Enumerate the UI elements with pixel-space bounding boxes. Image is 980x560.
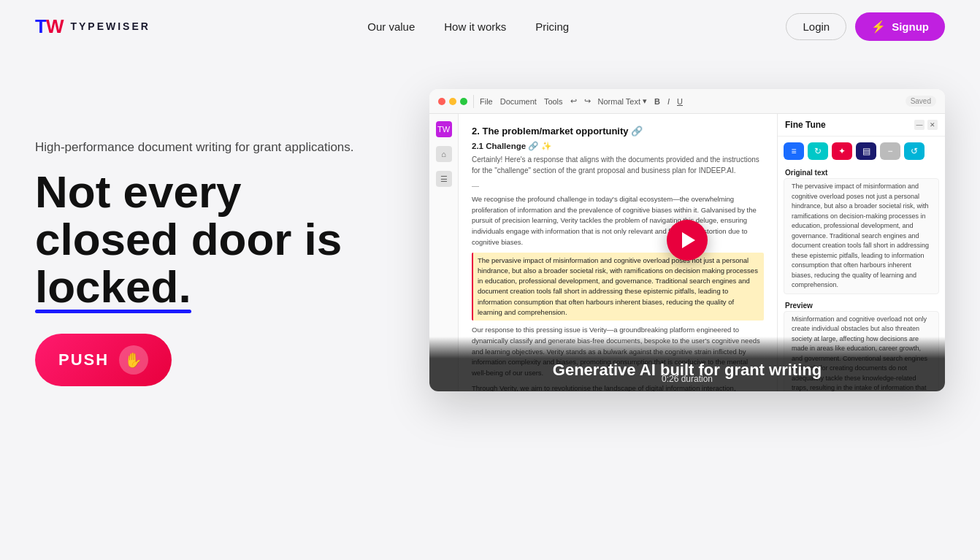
nav-how-it-works[interactable]: How it works bbox=[444, 20, 506, 33]
headline-line1: Not every bbox=[35, 166, 242, 217]
nav-our-value[interactable]: Our value bbox=[367, 20, 415, 33]
undo-icon[interactable]: ↩ bbox=[570, 96, 577, 106]
push-button[interactable]: PUSH ✋ bbox=[35, 334, 172, 386]
signup-bolt-icon: ⚡ bbox=[871, 20, 886, 34]
push-label: PUSH bbox=[58, 350, 109, 369]
menu-tools[interactable]: Tools bbox=[544, 97, 563, 106]
hero-subtitle: High-performance document writing for gr… bbox=[35, 140, 386, 155]
sidebar-doc-icon[interactable]: ☰ bbox=[436, 171, 452, 187]
headline-line2: closed door is bbox=[35, 214, 342, 264]
doc-divider: — bbox=[472, 182, 764, 190]
fine-tune-window-controls: — ✕ bbox=[914, 120, 938, 130]
signup-button[interactable]: ⚡ Signup bbox=[855, 12, 945, 41]
close-dot bbox=[438, 98, 445, 105]
fullscreen-dot bbox=[460, 98, 467, 105]
doc-intro: Certainly! Here's a response that aligns… bbox=[472, 154, 764, 176]
fine-tune-action-buttons: ≡ ↻ ✦ ▤ − ↺ bbox=[778, 137, 945, 166]
style-dropdown[interactable]: Normal Text ▾ bbox=[598, 96, 647, 106]
doc-subtitle: 2.1 Challenge 🔗 ✨ bbox=[472, 141, 764, 151]
underline-btn[interactable]: U bbox=[677, 97, 683, 106]
brand-name: TYPEWISER bbox=[70, 20, 150, 32]
push-hand-icon: ✋ bbox=[119, 345, 148, 375]
ft-btn-align[interactable]: ≡ bbox=[784, 142, 804, 160]
ft-btn-refresh[interactable]: ↻ bbox=[808, 142, 828, 160]
logo-t: T bbox=[35, 15, 46, 37]
signup-label: Signup bbox=[892, 20, 929, 33]
menu-document[interactable]: Document bbox=[500, 97, 537, 106]
italic-btn[interactable]: I bbox=[667, 97, 670, 106]
sidebar-logo-icon: TW bbox=[436, 121, 452, 137]
preview-label: Preview bbox=[778, 299, 945, 311]
window-controls bbox=[438, 98, 467, 105]
hero-left: High-performance document writing for gr… bbox=[35, 82, 386, 386]
sidebar-home-icon[interactable]: ⌂ bbox=[436, 146, 452, 162]
fine-tune-title: Fine Tune bbox=[785, 120, 826, 130]
ft-close-btn[interactable]: ✕ bbox=[927, 120, 938, 130]
ft-minimize-btn[interactable]: — bbox=[914, 120, 925, 130]
video-duration: 0:26 duration bbox=[429, 374, 945, 384]
play-triangle-icon bbox=[682, 232, 695, 248]
toolbar-right: Saved bbox=[906, 96, 936, 107]
saved-badge: Saved bbox=[906, 96, 936, 107]
ft-btn-list[interactable]: ▤ bbox=[856, 142, 876, 160]
redo-icon[interactable]: ↪ bbox=[584, 96, 591, 106]
ft-btn-star[interactable]: ✦ bbox=[832, 142, 852, 160]
hero-right: File Document Tools ↩ ↪ Normal Text ▾ B … bbox=[429, 82, 945, 391]
nav-links: Our value How it works Pricing bbox=[367, 20, 569, 33]
doc-highlighted-paragraph: The pervasive impact of misinformation a… bbox=[472, 253, 764, 321]
login-button[interactable]: Login bbox=[786, 13, 846, 40]
doc-section-title: 2. The problem/market opportunity 🔗 bbox=[472, 126, 764, 137]
nav-pricing[interactable]: Pricing bbox=[535, 20, 569, 33]
original-text-block: The pervasive impact of misinformation a… bbox=[784, 178, 939, 294]
hero-section: High-performance document writing for gr… bbox=[0, 53, 980, 560]
play-button[interactable] bbox=[667, 220, 708, 261]
nav-actions: Login ⚡ Signup bbox=[786, 12, 945, 41]
navbar: TW TYPEWISER Our value How it works Pric… bbox=[0, 0, 980, 53]
chevron-down-icon: ▾ bbox=[643, 96, 647, 106]
toolbar-separator bbox=[473, 95, 474, 108]
bold-btn[interactable]: B bbox=[654, 97, 660, 106]
menu-file[interactable]: File bbox=[480, 97, 493, 106]
ft-btn-undo[interactable]: ↺ bbox=[904, 142, 925, 160]
toolbar-menu: File Document Tools ↩ ↪ Normal Text ▾ B … bbox=[480, 96, 900, 106]
style-dropdown-label: Normal Text bbox=[598, 97, 640, 106]
logo[interactable]: TW TYPEWISER bbox=[35, 15, 150, 38]
minimize-dot bbox=[449, 98, 456, 105]
ft-btn-minus[interactable]: − bbox=[880, 142, 900, 160]
original-text-label: Original text bbox=[778, 166, 945, 178]
app-screenshot: File Document Tools ↩ ↪ Normal Text ▾ B … bbox=[429, 89, 945, 391]
fine-tune-header: Fine Tune — ✕ bbox=[778, 114, 945, 137]
doc-paragraph-1: We recognise the profound challenge in t… bbox=[472, 194, 764, 248]
headline-line3: locked. bbox=[35, 263, 191, 310]
hero-headline: Not every closed door is locked. bbox=[35, 168, 386, 310]
logo-initials: TW bbox=[35, 15, 63, 38]
app-toolbar: File Document Tools ↩ ↪ Normal Text ▾ B … bbox=[429, 89, 945, 114]
logo-w: W bbox=[46, 15, 64, 37]
